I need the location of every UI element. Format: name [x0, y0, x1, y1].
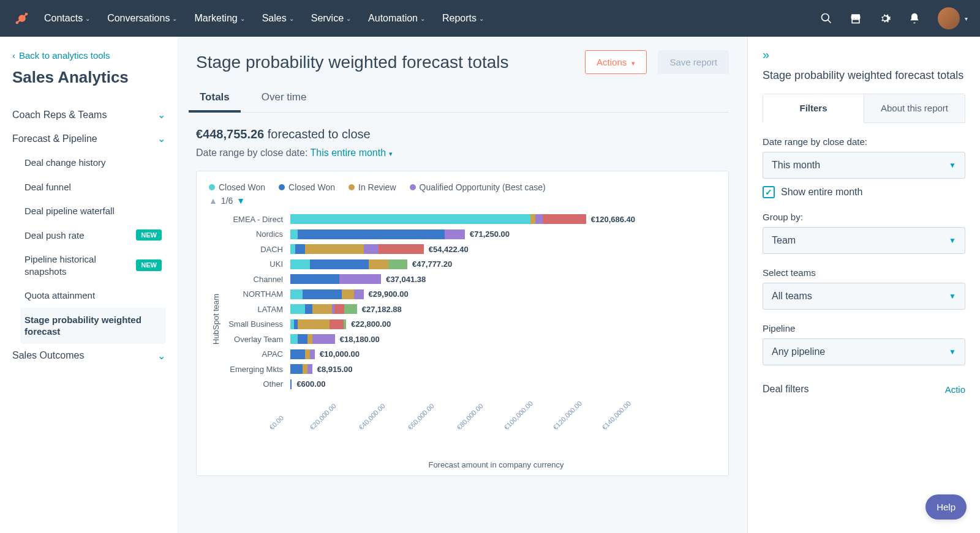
nav-item-sales[interactable]: Sales⌄ — [262, 13, 294, 24]
legend-item: Closed Won — [209, 182, 265, 192]
chart-segment[interactable] — [535, 214, 543, 224]
chart-segment[interactable] — [290, 379, 292, 389]
chart-segment[interactable] — [344, 304, 357, 314]
select-teams[interactable]: All teams ▼ — [763, 283, 965, 310]
chart-row-label: Emerging Mkts — [223, 365, 287, 374]
chart-segment[interactable] — [290, 289, 303, 299]
chart-segment[interactable] — [543, 214, 586, 224]
chart-segment[interactable] — [290, 304, 305, 314]
section-forecast[interactable]: Forecast & Pipeline ⌄ — [12, 127, 165, 151]
search-icon[interactable] — [820, 12, 832, 24]
select-pipeline[interactable]: Any pipeline ▼ — [763, 338, 965, 365]
chart-row: NORTHAM€29,900.00 — [290, 287, 716, 302]
nav-item-conversations[interactable]: Conversations⌄ — [107, 13, 177, 24]
nav-item-contacts[interactable]: Contacts⌄ — [44, 13, 90, 24]
sidebar-title: Sales Analytics — [12, 68, 165, 87]
chart-segment[interactable] — [290, 349, 305, 359]
chart-segment[interactable] — [364, 244, 379, 254]
nav-item-reports[interactable]: Reports⌄ — [442, 13, 484, 24]
chart-segment[interactable] — [312, 304, 332, 314]
chart-segment[interactable] — [298, 334, 307, 344]
chart-row-label: Nordics — [223, 229, 287, 239]
bell-icon[interactable] — [908, 12, 921, 24]
chart-segment[interactable] — [330, 319, 344, 329]
chevron-down-icon: ▾ — [965, 15, 968, 22]
save-report-button[interactable]: Save report — [658, 50, 729, 74]
chart-segment[interactable] — [295, 244, 305, 254]
checkbox-show-entire-month[interactable]: ✓ Show entire month — [763, 186, 965, 198]
sidebar-item-pipeline-historical-snapshots[interactable]: Pipeline historical snapshotsNEW — [21, 247, 165, 283]
chart-segment[interactable] — [290, 274, 339, 284]
chart-segment[interactable] — [290, 364, 303, 374]
pager-next-icon[interactable]: ▼ — [236, 196, 245, 206]
right-panel-title: Stage probability weighted forecast tota… — [763, 68, 965, 83]
sidebar-item-stage-probability-weighted-forecast[interactable]: Stage probability weighted forecast — [21, 308, 165, 344]
chart-row-label: UKI — [223, 259, 287, 269]
marketplace-icon[interactable] — [850, 12, 862, 24]
chart-segment[interactable] — [290, 259, 310, 269]
chart-segment[interactable] — [290, 229, 298, 239]
section-outcomes[interactable]: Sales Outcomes ⌄ — [12, 344, 165, 368]
chart-segment[interactable] — [334, 304, 344, 314]
chart-bars: EMEA - Direct€120,686.40Nordics€71,250.0… — [223, 212, 716, 426]
chart-segment[interactable] — [298, 229, 445, 239]
back-link[interactable]: ‹ Back to analytics tools — [12, 50, 165, 61]
chart-segment[interactable] — [339, 274, 381, 284]
chart-segment[interactable] — [344, 319, 346, 329]
chart-segment[interactable] — [298, 319, 330, 329]
chart-segment[interactable] — [290, 244, 295, 254]
chart-segment[interactable] — [290, 334, 298, 344]
chart-x-axis: €0.00€20,000.00€40,000.00€60,000.00€80,0… — [276, 426, 716, 463]
sidebar-item-deal-pipeline-waterfall[interactable]: Deal pipeline waterfall — [21, 199, 165, 223]
chart-segment[interactable] — [305, 244, 364, 254]
chart-segment[interactable] — [354, 289, 364, 299]
chevron-left-icon: ‹ — [12, 50, 15, 61]
chart-segment[interactable] — [307, 364, 312, 374]
actions-button[interactable]: Actions ▾ — [585, 50, 647, 74]
chart-segment[interactable] — [379, 244, 424, 254]
chart-segment[interactable] — [312, 334, 335, 344]
chart-segment[interactable] — [303, 289, 342, 299]
gear-icon[interactable] — [879, 12, 891, 24]
chart-value-label: €29,900.00 — [369, 289, 409, 299]
chart-segment[interactable] — [303, 364, 307, 374]
sidebar-item-deal-funnel[interactable]: Deal funnel — [21, 175, 165, 199]
select-daterange[interactable]: This month ▼ — [763, 152, 965, 179]
nav-item-automation[interactable]: Automation⌄ — [368, 13, 425, 24]
chart-segment[interactable] — [307, 334, 312, 344]
sidebar-item-deal-push-rate[interactable]: Deal push rateNEW — [21, 223, 165, 248]
forecast-summary: €448,755.26 forecasted to close — [196, 127, 729, 141]
sidebar-item-quota-attainment[interactable]: Quota attainment — [21, 283, 165, 308]
nav-item-service[interactable]: Service⌄ — [311, 13, 351, 24]
main: Stage probability weighted forecast tota… — [178, 37, 747, 533]
chart-segment[interactable] — [445, 229, 465, 239]
chart-segment[interactable] — [310, 349, 315, 359]
chart-row: Channel€37,041.38 — [290, 272, 716, 287]
tab-filters[interactable]: Filters — [763, 94, 864, 123]
section-coach[interactable]: Coach Reps & Teams ⌄ — [12, 103, 165, 127]
chart-segment[interactable] — [369, 259, 388, 269]
tab-over-time[interactable]: Over time — [258, 85, 311, 112]
pager-prev-icon[interactable]: ▲ — [209, 196, 217, 206]
hubspot-logo-icon[interactable] — [12, 9, 32, 28]
chart-segment[interactable] — [342, 289, 354, 299]
tab-totals[interactable]: Totals — [196, 85, 233, 112]
sidebar-item-deal-change-history[interactable]: Deal change history — [21, 151, 165, 175]
deal-filters-action-link[interactable]: Actio — [945, 384, 965, 395]
chevron-down-icon: ▼ — [949, 292, 956, 300]
select-groupby[interactable]: Team ▼ — [763, 227, 965, 254]
chart-segment[interactable] — [305, 349, 310, 359]
chart-segment[interactable] — [310, 259, 369, 269]
daterange-dropdown[interactable]: This entire month ▾ — [311, 147, 393, 158]
chart-segment[interactable] — [305, 304, 312, 314]
chart-legend: Closed WonClosed WonIn ReviewQualified O… — [209, 182, 716, 192]
help-button[interactable]: Help — [925, 494, 967, 520]
account-menu[interactable]: ▾ — [938, 7, 968, 29]
chart-value-label: €27,182.88 — [362, 305, 402, 314]
tab-about[interactable]: About this report — [864, 94, 965, 122]
chart-segment[interactable] — [530, 214, 535, 224]
collapse-panel-icon[interactable]: » — [763, 48, 965, 62]
chart-segment[interactable] — [290, 214, 530, 224]
nav-item-marketing[interactable]: Marketing⌄ — [194, 13, 244, 24]
chart-segment[interactable] — [388, 259, 407, 269]
